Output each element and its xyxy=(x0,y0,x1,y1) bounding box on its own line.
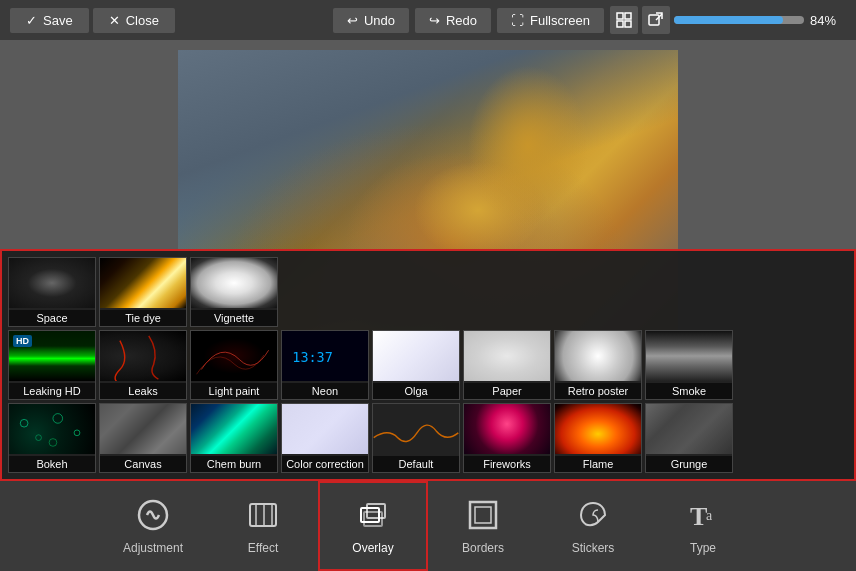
overlay-label: Overlay xyxy=(352,541,393,555)
zoom-actual-button[interactable] xyxy=(642,6,670,34)
tool-stickers[interactable]: Stickers xyxy=(538,481,648,571)
effect-icon xyxy=(246,498,280,537)
svg-point-11 xyxy=(49,439,57,447)
thumb-space xyxy=(9,258,95,308)
overlay-item-lightpaint[interactable]: Light paint xyxy=(190,330,278,400)
zoom-percent: 84% xyxy=(810,13,846,28)
stickers-icon xyxy=(576,498,610,537)
thumb-paper xyxy=(464,331,550,381)
save-label: Save xyxy=(43,13,73,28)
svg-text:13:37: 13:37 xyxy=(292,350,333,365)
svg-rect-4 xyxy=(649,15,659,25)
svg-rect-20 xyxy=(470,502,496,528)
overlay-icon xyxy=(356,498,390,537)
thumb-grunge xyxy=(646,404,732,454)
redo-icon: ↪ xyxy=(429,13,440,28)
thumb-canvas xyxy=(100,404,186,454)
overlay-item-leaking-hd[interactable]: HD Leaking HD xyxy=(8,330,96,400)
zoom-bar[interactable]: 84% xyxy=(674,13,846,28)
default-svg xyxy=(373,404,459,454)
overlay-item-space[interactable]: Space xyxy=(8,257,96,327)
tool-borders[interactable]: Borders xyxy=(428,481,538,571)
tool-effect[interactable]: Effect xyxy=(208,481,318,571)
adjustment-icon xyxy=(136,498,170,537)
zoom-actual-icon xyxy=(648,12,664,28)
label-neon: Neon xyxy=(282,383,368,399)
overlay-item-fireworks[interactable]: Fireworks xyxy=(463,403,551,473)
overlay-item-retroposter[interactable]: Retro poster xyxy=(554,330,642,400)
overlay-item-smoke[interactable]: Smoke xyxy=(645,330,733,400)
label-retroposter: Retro poster xyxy=(555,383,641,399)
hd-badge: HD xyxy=(13,335,32,347)
label-paper: Paper xyxy=(464,383,550,399)
label-smoke: Smoke xyxy=(646,383,732,399)
thumb-default xyxy=(373,404,459,454)
borders-label: Borders xyxy=(462,541,504,555)
zoom-fit-button[interactable] xyxy=(610,6,638,34)
zoom-fill xyxy=(674,16,783,24)
overlay-item-tiedye[interactable]: Tie dye xyxy=(99,257,187,327)
thumb-olga xyxy=(373,331,459,381)
zoom-track[interactable] xyxy=(674,16,804,24)
overlay-item-chemburn[interactable]: Chem burn xyxy=(190,403,278,473)
label-olga: Olga xyxy=(373,383,459,399)
svg-text:T: T xyxy=(690,502,707,531)
label-chemburn: Chem burn xyxy=(191,456,277,472)
toolbar-right: ↩ Undo ↪ Redo ⛶ Fullscreen xyxy=(333,6,846,34)
svg-point-8 xyxy=(36,435,42,441)
top-toolbar: ✓ Save ✕ Close ↩ Undo ↪ Redo ⛶ Fullscree… xyxy=(0,0,856,40)
redo-button[interactable]: ↪ Redo xyxy=(415,8,491,33)
neon-svg: 13:37 xyxy=(282,331,368,381)
fullscreen-button[interactable]: ⛶ Fullscreen xyxy=(497,8,604,33)
thumb-neon: 13:37 xyxy=(282,331,368,381)
overlay-item-grunge[interactable]: Grunge xyxy=(645,403,733,473)
redo-label: Redo xyxy=(446,13,477,28)
overlay-item-vignette[interactable]: Vignette xyxy=(190,257,278,327)
label-canvas: Canvas xyxy=(100,456,186,472)
leaks-svg xyxy=(100,331,186,381)
overlay-item-olga[interactable]: Olga xyxy=(372,330,460,400)
tool-type[interactable]: T a Type xyxy=(648,481,758,571)
stickers-label: Stickers xyxy=(572,541,615,555)
overlay-grid: Space Tie dye Vignette HD Leaking HD xyxy=(8,257,848,473)
svg-point-7 xyxy=(20,419,28,427)
overlay-row-2: HD Leaking HD Leaks xyxy=(8,330,848,400)
save-button[interactable]: ✓ Save xyxy=(10,8,89,33)
label-tiedye: Tie dye xyxy=(100,310,186,326)
thumb-leaks xyxy=(100,331,186,381)
undo-label: Undo xyxy=(364,13,395,28)
overlay-item-leaks[interactable]: Leaks xyxy=(99,330,187,400)
svg-rect-21 xyxy=(475,507,491,523)
overlay-item-neon[interactable]: 13:37 Neon xyxy=(281,330,369,400)
label-lightpaint: Light paint xyxy=(191,383,277,399)
svg-rect-0 xyxy=(617,13,623,19)
overlay-item-paper[interactable]: Paper xyxy=(463,330,551,400)
thumb-vignette xyxy=(191,258,277,308)
tool-overlay[interactable]: Overlay xyxy=(318,481,428,571)
overlay-item-bokeh[interactable]: Bokeh xyxy=(8,403,96,473)
overlay-item-flame[interactable]: Flame xyxy=(554,403,642,473)
svg-text:a: a xyxy=(706,508,713,523)
lightpaint-svg xyxy=(191,331,277,381)
bottom-toolbar: Adjustment Effect Overlay xyxy=(0,481,856,571)
svg-point-10 xyxy=(74,430,80,436)
overlay-item-canvas[interactable]: Canvas xyxy=(99,403,187,473)
svg-point-9 xyxy=(53,414,63,424)
thumb-colorcorrect xyxy=(282,404,368,454)
label-space: Space xyxy=(9,310,95,326)
close-button[interactable]: ✕ Close xyxy=(93,8,175,33)
fullscreen-icon: ⛶ xyxy=(511,13,524,28)
type-label: Type xyxy=(690,541,716,555)
thumb-bokeh xyxy=(9,404,95,454)
tool-adjustment[interactable]: Adjustment xyxy=(98,481,208,571)
overlay-item-default[interactable]: Default xyxy=(372,403,460,473)
undo-button[interactable]: ↩ Undo xyxy=(333,8,409,33)
overlay-item-colorcorrect[interactable]: Color correction xyxy=(281,403,369,473)
fullscreen-label: Fullscreen xyxy=(530,13,590,28)
toolbar-left: ✓ Save ✕ Close xyxy=(10,8,175,33)
zoom-controls: 84% xyxy=(610,6,846,34)
thumb-retroposter xyxy=(555,331,641,381)
svg-rect-3 xyxy=(625,21,631,27)
zoom-fit-icon xyxy=(616,12,632,28)
overlay-row-1: Space Tie dye Vignette xyxy=(8,257,848,327)
